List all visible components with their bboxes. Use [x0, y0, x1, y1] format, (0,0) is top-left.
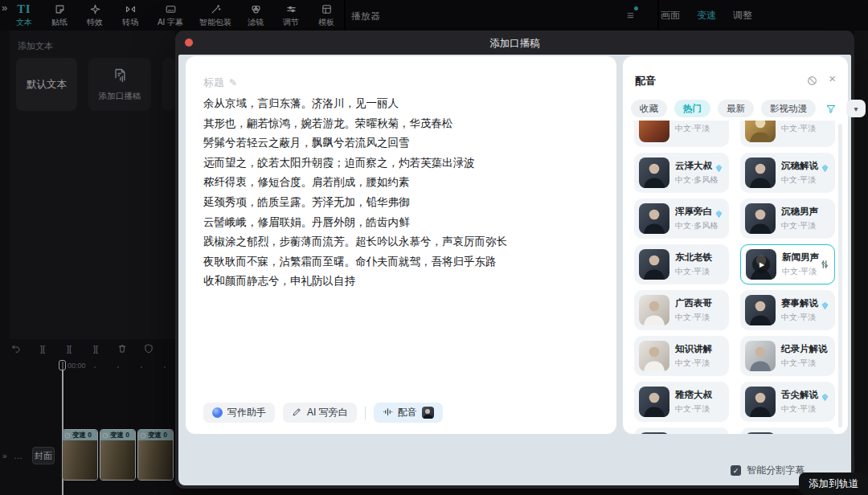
voice-tab-最新[interactable]: 最新: [718, 100, 754, 117]
voice-card-广西表哥[interactable]: 广西表哥中文·平淡: [634, 290, 729, 330]
voice-tab-收藏[interactable]: 收藏: [631, 100, 667, 117]
voice-tab-影视动漫[interactable]: 影视动漫: [761, 100, 816, 117]
voice-card-雅痞大叔[interactable]: 雅痞大叔中文·平淡: [634, 382, 729, 422]
script-line: 髣髴兮若轻云之蔽月，飘飖兮若流风之回雪: [203, 133, 602, 153]
voice-style: 中文·平淡: [781, 358, 828, 369]
voice-row: 浑厚旁白中文·多风格沉稳男声中文·平淡: [634, 198, 835, 239]
voice-card-赛事解说[interactable]: 赛事解说中文·平淡: [740, 290, 835, 330]
voice-card-沉稳男声[interactable]: 沉稳男声中文·平淡: [740, 198, 835, 239]
voice-card[interactable]: 中文·平淡: [740, 121, 835, 147]
vip-gem-icon: [821, 299, 829, 308]
voice-name-row: 沉稳男声: [781, 206, 818, 218]
voice-info: 赛事解说中文·平淡: [781, 297, 829, 323]
smart-split-checkbox[interactable]: ✓ 智能分割字幕: [731, 464, 805, 477]
voice-card[interactable]: 中文·平淡: [634, 121, 729, 147]
voice-info: 云泽大叔中文·多风格: [675, 160, 723, 186]
voice-avatar: [745, 295, 776, 325]
voice-name-row: 云泽大叔: [675, 160, 723, 172]
assistant-orb-icon: [212, 407, 223, 418]
voice-name: 舌尖解说: [781, 389, 818, 401]
script-line: 延颈秀项，皓质呈露。芳泽无加，铅华弗御: [203, 193, 602, 213]
voice-name-row: 浑厚旁白: [675, 206, 723, 218]
script-line: 其形也，翩若惊鸿，婉若游龙。荣曜秋菊，华茂春松: [203, 114, 602, 134]
voice-avatar: [639, 158, 669, 188]
voice-tab-热门[interactable]: 热门: [674, 100, 710, 117]
voice-name: 纪录片解说: [781, 343, 828, 355]
dubbing-button[interactable]: 配音: [374, 403, 443, 423]
play-icon[interactable]: ▶: [752, 256, 770, 273]
voice-panel: 配音 × 收藏热门最新影视动漫▾ 中文·平淡中文·平淡云泽大叔中文·多风格沉稳解…: [623, 56, 848, 434]
voice-avatar: [639, 387, 669, 417]
voice-name: 沉稳男声: [781, 206, 818, 218]
vip-gem-icon: [714, 207, 723, 216]
disable-voice-icon[interactable]: [807, 75, 817, 89]
voice-card-新闻男声[interactable]: ▶新闻男声中文·平淡: [740, 244, 835, 284]
voice-settings-icon[interactable]: [819, 259, 830, 273]
voice-name-row: 雅痞大叔: [675, 389, 712, 401]
voice-info: 中文·平淡: [675, 121, 710, 134]
voice-row: [634, 428, 835, 434]
voice-style: 中文·平淡: [675, 312, 712, 323]
voice-info: 知识讲解中文·平淡: [675, 343, 712, 369]
voice-info: 雅痞大叔中文·平淡: [675, 389, 712, 415]
voice-name-row: 东北老铁: [675, 252, 712, 264]
ai-narration-label: AI 写旁白: [307, 406, 348, 419]
voice-info: 新闻男声中文·平淡: [782, 252, 819, 277]
script-line: 秾纤得衷，修短合度。肩若削成，腰如约素: [203, 173, 602, 193]
script-line: 夜耿耿而不寐，沾繁霜而至曙。命仆夫而就驾，吾将归乎东路: [203, 252, 602, 272]
voice-row: 云泽大叔中文·多风格沉稳解说中文·平淡: [634, 153, 835, 193]
script-text-area[interactable]: 余从京域，言归东藩。济洛川，见一丽人其形也，翩若惊鸿，婉若游龙。荣曜秋菊，华茂春…: [203, 94, 602, 292]
voice-card-舌尖解说[interactable]: 舌尖解说中文·平淡: [740, 382, 835, 422]
voice-card-纪录片解说[interactable]: 纪录片解说中文·平淡: [740, 336, 835, 376]
voice-avatar: [745, 121, 776, 142]
voice-card[interactable]: [634, 428, 729, 434]
voice-name: 云泽大叔: [675, 160, 712, 172]
voice-style: 中文·平淡: [782, 266, 819, 277]
voice-panel-title: 配音: [635, 74, 656, 88]
voice-name-row: 知识讲解: [675, 343, 712, 355]
voice-style: 中文·平淡: [781, 123, 816, 134]
add-to-track-button[interactable]: 添加到轨道: [799, 472, 868, 495]
voice-avatar: [639, 341, 669, 371]
scrollbar[interactable]: [838, 124, 842, 428]
voice-avatar: [639, 121, 669, 142]
editor-title-row[interactable]: 标题 ✎: [203, 76, 237, 90]
vip-gem-icon: [714, 162, 723, 170]
voice-name: 沉稳解说: [781, 160, 818, 172]
voice-avatar: ▶: [746, 249, 776, 280]
voice-card-知识讲解[interactable]: 知识讲解中文·平淡: [634, 336, 729, 376]
voice-name: 赛事解说: [781, 297, 818, 309]
voice-card-东北老铁[interactable]: 东北老铁中文·平淡: [634, 244, 729, 284]
voice-tabs: 收藏热门最新影视动漫▾: [631, 100, 866, 117]
voice-name: 知识讲解: [675, 343, 712, 355]
vip-gem-icon: [821, 391, 829, 399]
ai-narration-button[interactable]: AI 写旁白: [283, 403, 357, 423]
selected-voice-avatar: [422, 407, 434, 419]
voice-name-row: 赛事解说: [781, 297, 829, 309]
editor-buttons: 写作助手 AI 写旁白 配音: [203, 403, 443, 423]
voice-avatar: [745, 158, 776, 188]
writing-assistant-button[interactable]: 写作助手: [203, 403, 275, 423]
voice-info: 广西表哥中文·平淡: [675, 297, 712, 323]
close-icon[interactable]: ×: [829, 72, 836, 85]
modal-title: 添加口播稿: [175, 37, 854, 51]
voice-row: 雅痞大叔中文·平淡舌尖解说中文·平淡: [634, 382, 835, 422]
edit-pencil-icon[interactable]: ✎: [229, 77, 237, 88]
voice-avatar: [745, 341, 776, 371]
voice-name-row: 舌尖解说: [781, 389, 829, 401]
script-line: 余从京域，言归东藩。济洛川，见一丽人: [203, 94, 602, 114]
voice-card-浑厚旁白[interactable]: 浑厚旁白中文·多风格: [634, 198, 729, 239]
title-placeholder[interactable]: 标题: [203, 76, 224, 90]
voice-filter-icon[interactable]: [823, 100, 839, 117]
script-line: 践椒涂之郁烈，步蘅薄而流芳。超长吟以永慕兮，声哀厉而弥长: [203, 232, 602, 252]
voice-card[interactable]: [740, 428, 835, 434]
app-screen: TI文本贴纸特效转场AI 字幕智能包装滤镜调节模板 » 播放器 ≡ 画面变速调整…: [0, 0, 868, 495]
voice-style: 中文·平淡: [675, 123, 710, 134]
vip-gem-icon: [821, 162, 829, 170]
voice-row: 知识讲解中文·平淡纪录片解说中文·平淡: [634, 336, 835, 376]
voice-info: 东北老铁中文·平淡: [675, 252, 712, 277]
voice-card-云泽大叔[interactable]: 云泽大叔中文·多风格: [634, 153, 729, 193]
voice-name-row: 新闻男声: [782, 252, 819, 264]
voice-sort-caret[interactable]: ▾: [846, 100, 866, 117]
voice-card-沉稳解说[interactable]: 沉稳解说中文·平淡: [740, 153, 835, 193]
